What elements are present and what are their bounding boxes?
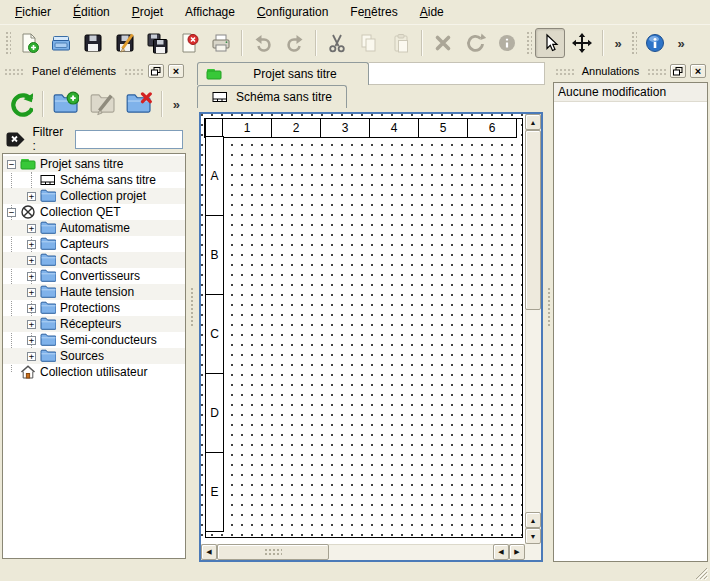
- tree-item[interactable]: +Sources: [3, 348, 185, 364]
- elements-panel-titlebar[interactable]: Panel d'éléments ×: [2, 62, 186, 80]
- home-icon: [20, 364, 36, 380]
- tree-item[interactable]: −Collection QET: [3, 204, 185, 220]
- scroll-up-button-2[interactable]: ▲: [525, 512, 541, 528]
- element-collections-tree[interactable]: −Projet sans titreSchéma sans titre+Coll…: [2, 153, 186, 559]
- new-file-button[interactable]: [14, 28, 44, 58]
- tree-item[interactable]: Schéma sans titre: [3, 172, 185, 188]
- tree-item[interactable]: +Semi-conducteurs: [3, 332, 185, 348]
- tree-item[interactable]: +Collection projet: [3, 188, 185, 204]
- cut-icon: [326, 32, 348, 54]
- folder-icon: [40, 220, 56, 236]
- move-tool-button[interactable]: [567, 28, 597, 58]
- scroll-right-button[interactable]: ▶: [509, 544, 525, 560]
- reload-collections-button[interactable]: [4, 87, 36, 121]
- frame-column-label: 1: [222, 118, 272, 138]
- tree-expander[interactable]: +: [27, 240, 36, 249]
- scroll-left-button-2[interactable]: ◀: [493, 544, 509, 560]
- save-button[interactable]: [78, 28, 108, 58]
- print-button[interactable]: [206, 28, 236, 58]
- tree-expander[interactable]: +: [27, 336, 36, 345]
- float-panel-button[interactable]: [670, 64, 686, 78]
- clear-filter-button[interactable]: [5, 130, 27, 148]
- column-header: 123456: [205, 118, 517, 138]
- tab-projet-sans-titre[interactable]: Projet sans titre: [197, 62, 369, 85]
- vertical-scrollbar[interactable]: ▲ ▲ ▼: [525, 114, 541, 544]
- tree-expander[interactable]: +: [27, 272, 36, 281]
- print-icon: [210, 32, 232, 54]
- undo-history-item[interactable]: Aucune modification: [554, 83, 707, 102]
- menu-fichier[interactable]: Fichier: [6, 1, 60, 23]
- tree-expander[interactable]: −: [7, 160, 16, 169]
- folder-icon: [40, 284, 56, 300]
- horizontal-scrollbar[interactable]: ◀ ◀ ▶: [201, 544, 525, 560]
- horizontal-scroll-thumb[interactable]: [217, 544, 329, 560]
- menu-projet[interactable]: Projet: [123, 1, 172, 23]
- project-folder-icon: [206, 66, 222, 82]
- rotate-selection-icon: [464, 32, 486, 54]
- menu-affichage[interactable]: Affichage: [176, 1, 244, 23]
- thumb-grip: [264, 548, 282, 556]
- select-tool-button[interactable]: [535, 28, 565, 58]
- menu-aide[interactable]: Aide: [411, 1, 453, 23]
- toolbar-overflow-chevron[interactable]: »: [673, 36, 689, 51]
- delete-category-icon: [126, 91, 152, 117]
- folder-icon: [40, 348, 56, 364]
- tree-item[interactable]: +Automatisme: [3, 220, 185, 236]
- resize-grip[interactable]: [695, 567, 708, 580]
- delete-category-button[interactable]: [123, 87, 155, 121]
- toolbar-drag-handle[interactable]: [525, 30, 532, 56]
- diagram-info-button[interactable]: [640, 28, 670, 58]
- close-panel-button[interactable]: ×: [690, 64, 706, 78]
- tree-item[interactable]: +Haute tension: [3, 284, 185, 300]
- tree-item-label: Collection utilisateur: [40, 365, 147, 379]
- save-all-button[interactable]: [142, 28, 172, 58]
- menu-configuration[interactable]: Configuration: [248, 1, 337, 23]
- tree-expander[interactable]: +: [27, 288, 36, 297]
- open-file-button[interactable]: [46, 28, 76, 58]
- filter-input[interactable]: [75, 130, 183, 149]
- right-splitter[interactable]: [545, 62, 553, 562]
- paste-icon: [390, 32, 412, 54]
- toolbar-drag-handle[interactable]: [630, 30, 637, 56]
- scroll-up-button[interactable]: ▲: [525, 114, 541, 130]
- new-category-button[interactable]: [50, 87, 82, 121]
- tree-item[interactable]: +Capteurs: [3, 236, 185, 252]
- save-as-button[interactable]: [110, 28, 140, 58]
- scroll-left-button[interactable]: ◀: [201, 544, 217, 560]
- tab-schema-sans-titre[interactable]: Schéma sans titre: [197, 85, 347, 108]
- tree-item[interactable]: +Convertisseurs: [3, 268, 185, 284]
- folder-icon: [40, 220, 56, 236]
- tree-expander[interactable]: +: [27, 304, 36, 313]
- tree-item[interactable]: −Projet sans titre: [3, 156, 185, 172]
- scroll-down-button[interactable]: ▼: [525, 528, 541, 544]
- tree-item[interactable]: +Récepteurs: [3, 316, 185, 332]
- close-panel-button[interactable]: ×: [168, 64, 184, 78]
- diagram-canvas[interactable]: 123456 ABCDE: [201, 114, 525, 544]
- vertical-scroll-thumb[interactable]: [525, 130, 541, 310]
- tree-expander[interactable]: −: [7, 208, 16, 217]
- tree-expander[interactable]: +: [27, 256, 36, 265]
- tree-item[interactable]: Collection utilisateur: [3, 364, 185, 380]
- tree-expander[interactable]: +: [27, 192, 36, 201]
- undo-history-list[interactable]: Aucune modification: [553, 82, 708, 562]
- toolbar-separator: [241, 30, 243, 56]
- close-file-button[interactable]: [174, 28, 204, 58]
- tree-item[interactable]: +Protections: [3, 300, 185, 316]
- toolbar-overflow-chevron[interactable]: »: [169, 97, 184, 112]
- tree-expander[interactable]: +: [27, 224, 36, 233]
- undo-panel-titlebar[interactable]: Annulations ×: [553, 62, 708, 80]
- menu-fenetres[interactable]: Fenêtres: [341, 1, 406, 23]
- diagram-tab-label: Schéma sans titre: [236, 90, 332, 104]
- tree-expander[interactable]: +: [27, 320, 36, 329]
- float-panel-button[interactable]: [148, 64, 164, 78]
- tree-expander[interactable]: +: [27, 352, 36, 361]
- toolbar-overflow-chevron[interactable]: »: [610, 36, 626, 51]
- toolbar-separator: [161, 91, 163, 117]
- tree-item[interactable]: +Contacts: [3, 252, 185, 268]
- project-tabbar: Projet sans titre: [197, 62, 545, 85]
- menu-edition[interactable]: Édition: [64, 1, 119, 23]
- toolbar-drag-handle[interactable]: [4, 30, 11, 56]
- splitter-grip: [547, 287, 551, 327]
- left-splitter[interactable]: [186, 62, 197, 562]
- tree-item-label: Récepteurs: [60, 317, 121, 331]
